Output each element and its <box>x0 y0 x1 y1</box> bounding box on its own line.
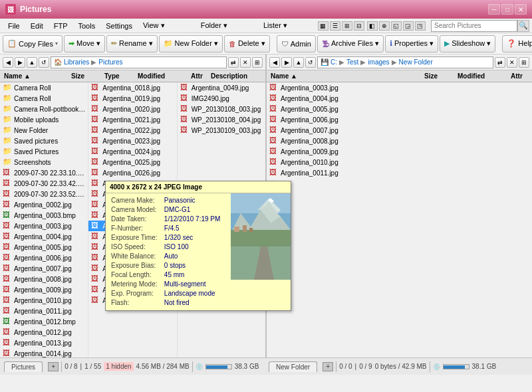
right-crumb-c[interactable]: C: <box>331 58 337 66</box>
left-panel-swap[interactable]: ⇄ <box>228 57 239 68</box>
col-attr-header[interactable]: Attr <box>190 72 209 80</box>
lister-icon-4[interactable]: ◲ <box>403 21 414 31</box>
view-icon-3[interactable]: ⊞ <box>342 21 352 31</box>
list-item[interactable]: 📁Mobile uploads <box>0 114 88 125</box>
rename-button[interactable]: ✏ Rename ▾ <box>106 35 158 52</box>
right-panel-close[interactable]: ✕ <box>507 57 517 68</box>
list-item[interactable]: 🖼Argentina_0003.jpg <box>0 221 88 231</box>
list-item[interactable]: 🖼WP_20130108_003.jpg <box>178 104 265 114</box>
new-folder-button[interactable]: 📁 New Folder ▾ <box>159 35 223 52</box>
list-item[interactable]: 📁Saved pictures <box>0 136 88 146</box>
menu-lister[interactable]: Lister ▾ <box>258 20 293 31</box>
lister-icon-2[interactable]: ⊕ <box>379 21 390 31</box>
search-icon[interactable]: 🔍 <box>517 20 529 32</box>
view-icon-4[interactable]: ⊟ <box>354 21 364 31</box>
list-item[interactable]: 🖼Argentina_0018.jpg <box>88 82 176 93</box>
admin-button[interactable]: 🛡 Admin <box>277 35 316 52</box>
right-up-button[interactable]: ▲ <box>293 57 304 68</box>
list-item[interactable]: 🖼Argentina_0010.jpg <box>0 295 88 306</box>
list-item[interactable]: 🖼Argentina_0007.jpg <box>267 125 532 136</box>
list-item[interactable]: 🖼Argentina_0024.jpg <box>88 146 176 157</box>
list-item[interactable]: 🖼Argentina_0008.jpg <box>0 274 88 284</box>
list-item[interactable]: 🖼2009-07-30 22.33.10.jpg <box>0 167 88 178</box>
search-input[interactable] <box>431 20 517 32</box>
list-item[interactable]: 🖼Argentina_0023.jpg <box>88 136 176 146</box>
right-crumb-newfolder[interactable]: New Folder <box>399 58 433 66</box>
properties-button[interactable]: ℹ Properties ▾ <box>385 35 438 52</box>
move-button[interactable]: ➡ Move ▾ <box>64 35 105 52</box>
list-item[interactable]: 🖼Argentina_0003.bmp <box>0 210 88 221</box>
close-button[interactable]: ✕ <box>515 4 527 15</box>
list-item[interactable]: 🖼Argentina_0010.jpg <box>267 157 532 167</box>
view-icon-2[interactable]: ☰ <box>330 21 340 31</box>
right-path[interactable]: 💾 C: ▶ Test ▶ images ▶ New Folder <box>317 56 493 68</box>
right-col-attr-header[interactable]: Attr <box>509 72 529 80</box>
left-up-button[interactable]: ▲ <box>27 57 37 68</box>
list-item[interactable]: 🖼Argentina_0005.jpg <box>267 104 532 114</box>
list-item[interactable]: 🖼Argentina_0025.jpg <box>88 157 176 167</box>
list-item[interactable]: 🖼Argentina_0009.jpg <box>0 284 88 295</box>
lister-icon-5[interactable]: ◳ <box>415 21 426 31</box>
list-item[interactable]: 📁Screenshots <box>0 157 88 167</box>
list-item[interactable]: 🖼Argentina_0022.jpg <box>88 125 176 136</box>
col-type-header[interactable]: Type <box>103 72 136 80</box>
left-crumb-pictures[interactable]: Pictures <box>98 58 122 66</box>
left-forward-button[interactable]: ▶ <box>15 57 25 68</box>
delete-button[interactable]: 🗑 Delete ▾ <box>224 35 270 52</box>
list-item[interactable]: 🖼Argentina_0026.jpg <box>88 167 176 178</box>
right-back-button[interactable]: ◀ <box>269 57 280 68</box>
list-item[interactable]: 🖼Argentina_0004.jpg <box>0 231 88 242</box>
list-item[interactable]: 🖼Argentina_0008.jpg <box>267 136 532 146</box>
list-item[interactable]: 🖼Argentina_0003.jpg <box>267 82 532 93</box>
right-forward-button[interactable]: ▶ <box>281 57 292 68</box>
list-item[interactable]: 🖼Argentina_0012.jpg <box>0 327 88 338</box>
list-item[interactable]: 📁Camera Roll-pottbookair <box>0 104 88 114</box>
help-button[interactable]: ❓ Help ▾ <box>502 35 532 52</box>
menu-view[interactable]: View ▾ <box>138 20 170 31</box>
list-item[interactable]: 🖼Argentina_0011.jpg <box>0 306 88 316</box>
menu-edit[interactable]: Edit <box>25 21 49 31</box>
list-item[interactable]: 🖼Argentina_0021.jpg <box>88 114 176 125</box>
menu-settings[interactable]: Settings <box>100 21 138 31</box>
list-item[interactable]: 🖼Argentina_0004.jpg <box>267 93 532 104</box>
right-col-modified-header[interactable]: Modified <box>456 72 509 80</box>
copy-files-button[interactable]: 📋 Copy Files ▾ <box>3 35 63 52</box>
list-item[interactable]: 🖼IMG2490.jpg <box>178 93 265 104</box>
list-item[interactable]: 🖼Argentina_0009.jpg <box>267 146 532 157</box>
menu-file[interactable]: File <box>3 21 25 31</box>
left-tab-pictures[interactable]: Pictures <box>4 361 43 372</box>
left-path[interactable]: 🏠 Libraries ▶ Pictures <box>51 56 227 68</box>
col-desc-header[interactable]: Description <box>209 72 263 80</box>
maximize-button[interactable]: □ <box>501 4 513 15</box>
right-col-size-header[interactable]: Size <box>423 72 456 80</box>
right-panel-swap[interactable]: ⇄ <box>495 57 505 68</box>
archive-button[interactable]: 🗜 Archive Files ▾ <box>317 35 384 52</box>
left-panel-close[interactable]: ✕ <box>240 57 251 68</box>
right-crumb-images[interactable]: images <box>368 58 389 66</box>
menu-ftp[interactable]: FTP <box>49 21 73 31</box>
left-crumb-libraries[interactable]: Libraries <box>64 58 89 66</box>
list-item[interactable]: 🖼Argentina_0013.jpg <box>0 338 88 348</box>
list-item[interactable]: 🖼2009-07-30 22.33.52.jpg <box>0 189 88 199</box>
lister-icon-1[interactable]: ◧ <box>367 21 378 31</box>
left-refresh-button[interactable]: ↺ <box>39 57 49 68</box>
list-item[interactable]: 🖼Argentina_0006.jpg <box>267 114 532 125</box>
right-panel-expand[interactable]: ⊞ <box>519 57 529 68</box>
right-refresh-button[interactable]: ↺ <box>305 57 316 68</box>
list-item[interactable]: 📁Saved Pictures <box>0 146 88 157</box>
menu-tools[interactable]: Tools <box>72 21 100 31</box>
menu-folder[interactable]: Folder ▾ <box>196 20 233 31</box>
list-item[interactable]: 🖼Argentina_0011.jpg <box>267 167 532 178</box>
left-tab-add[interactable]: + <box>48 362 59 371</box>
lister-icon-3[interactable]: ◱ <box>391 21 402 31</box>
list-item[interactable]: 🖼Argentina_0007.jpg <box>0 263 88 274</box>
list-item[interactable]: 🖼Argentina_0049.jpg <box>178 82 265 93</box>
col-size-header[interactable]: Size <box>70 72 103 80</box>
list-item[interactable]: 🖼Argentina_0012.bmp <box>0 316 88 327</box>
list-item[interactable]: 🖼Argentina_0005.jpg <box>0 242 88 252</box>
list-item[interactable]: 📁Camera Roll <box>0 82 88 93</box>
list-item[interactable]: 🖼Argentina_0014.jpg <box>0 348 88 357</box>
list-item[interactable]: 📁Camera Roll <box>0 93 88 104</box>
list-item[interactable]: 🖼2009-07-30 22.33.42.jpg <box>0 178 88 189</box>
minimize-button[interactable]: ─ <box>488 4 500 15</box>
